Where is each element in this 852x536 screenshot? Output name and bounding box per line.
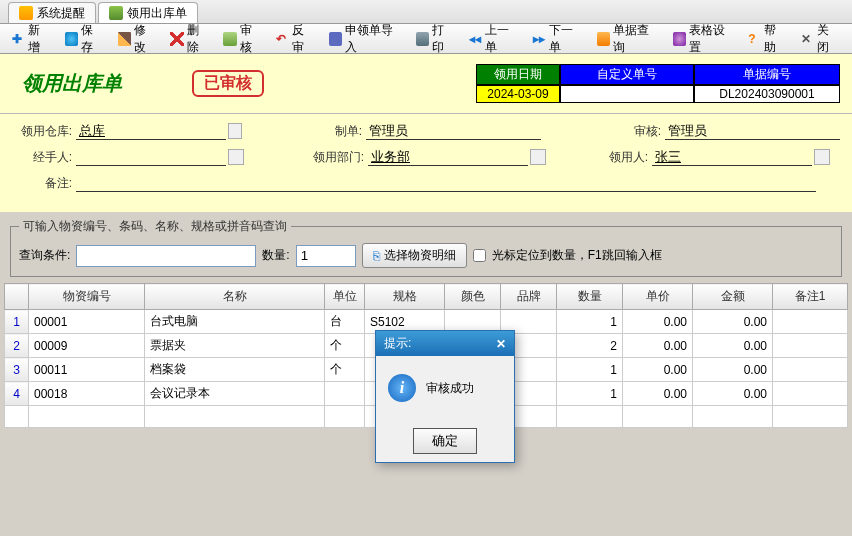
info-icon: i <box>388 374 416 402</box>
dialog-message: 审核成功 <box>426 380 474 397</box>
dialog-backdrop: 提示: ✕ i 审核成功 确定 <box>0 0 852 536</box>
dialog-title-text: 提示: <box>384 335 411 352</box>
dialog-ok-button[interactable]: 确定 <box>413 428 477 454</box>
info-dialog: 提示: ✕ i 审核成功 确定 <box>375 330 515 463</box>
dialog-close-button[interactable]: ✕ <box>496 337 506 351</box>
dialog-titlebar: 提示: ✕ <box>376 331 514 356</box>
